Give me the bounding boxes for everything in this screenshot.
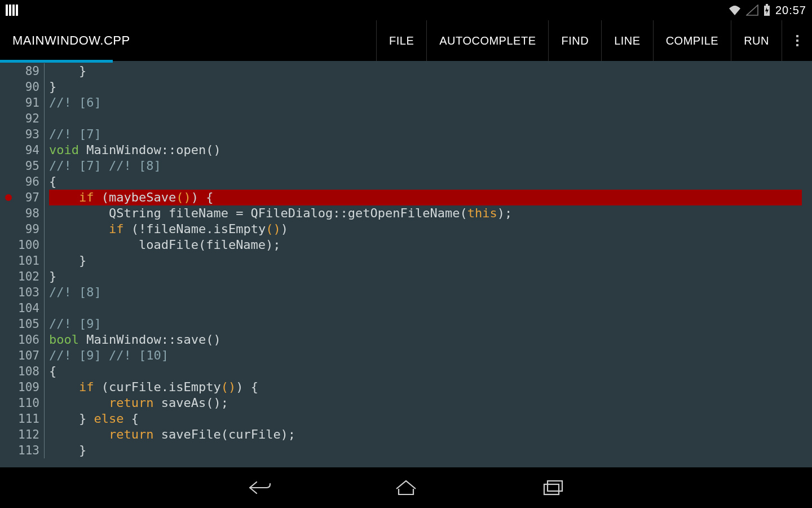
line-number: 101 bbox=[14, 253, 42, 269]
code-content[interactable] bbox=[49, 300, 802, 316]
gutter-separator bbox=[44, 79, 45, 95]
code-content[interactable]: { bbox=[49, 364, 802, 379]
code-line[interactable]: 108{ bbox=[3, 364, 802, 379]
code-line[interactable]: 92 bbox=[3, 111, 802, 126]
code-line[interactable]: 96{ bbox=[3, 174, 802, 190]
code-content[interactable]: } bbox=[49, 443, 802, 458]
breakpoint-gutter[interactable] bbox=[3, 174, 14, 190]
breakpoint-gutter[interactable] bbox=[3, 332, 14, 348]
code-content[interactable]: bool MainWindow::save() bbox=[49, 332, 802, 348]
code-line[interactable]: 107//! [9] //! [10] bbox=[3, 348, 802, 364]
code-line[interactable]: 109 if (curFile.isEmpty()) { bbox=[3, 379, 802, 395]
code-line[interactable]: 95//! [7] //! [8] bbox=[3, 158, 802, 174]
breakpoint-gutter[interactable] bbox=[3, 190, 14, 205]
code-line[interactable]: 89 } bbox=[3, 63, 802, 79]
breakpoint-gutter[interactable] bbox=[3, 79, 14, 95]
breakpoint-gutter[interactable] bbox=[3, 126, 14, 142]
code-content[interactable] bbox=[49, 111, 802, 126]
gutter-separator bbox=[44, 364, 45, 379]
gutter-separator bbox=[44, 221, 45, 237]
code-content[interactable]: //! [9] //! [10] bbox=[49, 348, 802, 364]
svg-rect-3 bbox=[548, 481, 562, 491]
breakpoint-gutter[interactable] bbox=[3, 284, 14, 300]
code-line[interactable]: 111 } else { bbox=[3, 411, 802, 427]
code-line[interactable]: 94void MainWindow::open() bbox=[3, 142, 802, 158]
nav-recents-button[interactable] bbox=[536, 476, 570, 499]
code-content[interactable]: } bbox=[49, 63, 802, 79]
code-line[interactable]: 99 if (!fileName.isEmpty()) bbox=[3, 221, 802, 237]
code-line[interactable]: 91//! [6] bbox=[3, 95, 802, 111]
code-content[interactable]: if (!fileName.isEmpty()) bbox=[49, 221, 802, 237]
breakpoint-gutter[interactable] bbox=[3, 427, 14, 443]
battery-charging-icon bbox=[763, 4, 771, 16]
code-content[interactable]: } bbox=[49, 269, 802, 284]
code-content[interactable]: if (curFile.isEmpty()) { bbox=[49, 379, 802, 395]
svg-rect-1 bbox=[766, 4, 768, 6]
code-content[interactable]: return saveFile(curFile); bbox=[49, 427, 802, 443]
code-content[interactable]: } bbox=[49, 79, 802, 95]
nav-home-button[interactable] bbox=[389, 476, 423, 499]
code-line[interactable]: 106bool MainWindow::save() bbox=[3, 332, 802, 348]
breakpoint-gutter[interactable] bbox=[3, 221, 14, 237]
code-line[interactable]: 102} bbox=[3, 269, 802, 284]
code-line[interactable]: 90} bbox=[3, 79, 802, 95]
breakpoint-gutter[interactable] bbox=[3, 269, 14, 284]
breakpoint-gutter[interactable] bbox=[3, 237, 14, 253]
code-content[interactable]: loadFile(fileName); bbox=[49, 237, 802, 253]
breakpoint-gutter[interactable] bbox=[3, 95, 14, 111]
code-editor[interactable]: 89 }90}91//! [6]9293//! [7]94void MainWi… bbox=[0, 61, 812, 467]
breakpoint-gutter[interactable] bbox=[3, 300, 14, 316]
code-content[interactable]: if (maybeSave()) { bbox=[49, 190, 802, 205]
breakpoint-gutter[interactable] bbox=[3, 253, 14, 269]
code-content[interactable]: //! [6] bbox=[49, 95, 802, 111]
code-content[interactable]: QString fileName = QFileDialog::getOpenF… bbox=[49, 205, 802, 221]
line-number: 112 bbox=[14, 427, 42, 443]
gutter-separator bbox=[44, 142, 45, 158]
breakpoint-gutter[interactable] bbox=[3, 142, 14, 158]
overflow-menu-button[interactable] bbox=[782, 20, 812, 61]
breakpoint-gutter[interactable] bbox=[3, 411, 14, 427]
code-content[interactable]: //! [9] bbox=[49, 316, 802, 332]
code-line[interactable]: 100 loadFile(fileName); bbox=[3, 237, 802, 253]
menu-run[interactable]: RUN bbox=[731, 20, 782, 61]
code-line[interactable]: 104 bbox=[3, 300, 802, 316]
menu-file[interactable]: FILE bbox=[376, 20, 426, 61]
code-line[interactable]: 97 if (maybeSave()) { bbox=[3, 190, 802, 205]
code-line[interactable]: 110 return saveAs(); bbox=[3, 395, 802, 411]
breakpoint-gutter[interactable] bbox=[3, 158, 14, 174]
nav-back-button[interactable] bbox=[242, 476, 276, 499]
file-tab[interactable]: MAINWINDOW.CPP bbox=[0, 20, 143, 61]
code-content[interactable]: return saveAs(); bbox=[49, 395, 802, 411]
code-line[interactable]: 112 return saveFile(curFile); bbox=[3, 427, 802, 443]
breakpoint-gutter[interactable] bbox=[3, 316, 14, 332]
breakpoint-gutter[interactable] bbox=[3, 348, 14, 364]
breakpoint-gutter[interactable] bbox=[3, 443, 14, 458]
code-content[interactable]: } bbox=[49, 253, 802, 269]
menu-compile[interactable]: COMPILE bbox=[653, 20, 731, 61]
breakpoint-gutter[interactable] bbox=[3, 205, 14, 221]
code-line[interactable]: 105//! [9] bbox=[3, 316, 802, 332]
breakpoint-gutter[interactable] bbox=[3, 364, 14, 379]
code-line[interactable]: 101 } bbox=[3, 253, 802, 269]
breakpoint-gutter[interactable] bbox=[3, 379, 14, 395]
code-content[interactable]: } else { bbox=[49, 411, 802, 427]
code-content[interactable]: //! [7] bbox=[49, 126, 802, 142]
gutter-separator bbox=[44, 126, 45, 142]
breakpoint-gutter[interactable] bbox=[3, 63, 14, 79]
code-content[interactable]: //! [8] bbox=[49, 284, 802, 300]
code-line[interactable]: 113 } bbox=[3, 443, 802, 458]
menu-find[interactable]: FIND bbox=[548, 20, 601, 61]
code-line[interactable]: 98 QString fileName = QFileDialog::getOp… bbox=[3, 205, 802, 221]
code-line[interactable]: 93//! [7] bbox=[3, 126, 802, 142]
menu-autocomplete[interactable]: AUTOCOMPLETE bbox=[426, 20, 548, 61]
code-content[interactable]: { bbox=[49, 174, 802, 190]
menu-file-label: FILE bbox=[389, 34, 414, 47]
gutter-separator bbox=[44, 158, 45, 174]
breakpoint-gutter[interactable] bbox=[3, 395, 14, 411]
code-content[interactable]: //! [7] //! [8] bbox=[49, 158, 802, 174]
code-line[interactable]: 103//! [8] bbox=[3, 284, 802, 300]
breakpoint-gutter[interactable] bbox=[3, 111, 14, 126]
menu-line[interactable]: LINE bbox=[601, 20, 652, 61]
code-content[interactable]: void MainWindow::open() bbox=[49, 142, 802, 158]
line-number: 109 bbox=[14, 379, 42, 395]
